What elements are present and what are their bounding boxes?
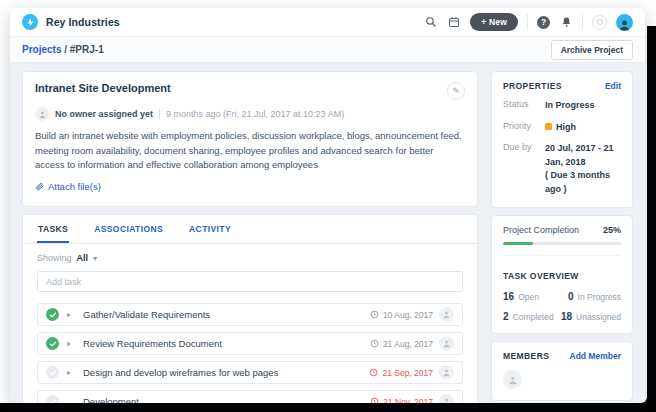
task-due-date: 10 Aug, 2017 (370, 310, 433, 320)
task-title: Review Requirements Document (83, 338, 222, 349)
project-title-row: Intranet Site Development ✎ (35, 82, 465, 100)
tab-activity[interactable]: ACTIVITY (188, 215, 232, 243)
task-check-icon[interactable] (46, 395, 59, 403)
task-check-icon[interactable] (46, 337, 59, 350)
status-label: Status (503, 99, 545, 113)
clock-icon (370, 397, 379, 403)
edit-pencil-icon[interactable]: ✎ (447, 82, 465, 100)
paperclip-icon (35, 182, 44, 191)
tasks-panel: Showing All ▾ ▸ Gather/Validate Requirem… (23, 244, 477, 403)
add-member-link[interactable]: Add Member (570, 351, 621, 361)
breadcrumb-bar: Projects / #PRJ-1 Archive Project (10, 36, 645, 63)
breadcrumb-current: #PRJ-1 (70, 44, 104, 55)
navbar-divider (527, 14, 528, 30)
owner-name[interactable]: No owner assigned yet (55, 109, 153, 119)
new-button[interactable]: + New (470, 13, 518, 31)
completion-percent: 25% (603, 225, 621, 235)
completion-panel: Project Completion 25% TASK OVERVIEW 16O… (491, 215, 633, 334)
status-row: Status In Progress (503, 99, 621, 113)
task-overview-stat: 2Completed (503, 311, 561, 322)
task-overview-grid: 16Open0In Progress2Completed18Unassigned (503, 291, 621, 322)
properties-edit-link[interactable]: Edit (605, 81, 621, 91)
task-row[interactable]: ▸ Development 21 Nov, 2017 (37, 390, 463, 403)
navbar-divider-2 (582, 14, 583, 30)
completion-progress-fill (503, 242, 533, 245)
completion-label: Project Completion (503, 225, 579, 235)
task-check-icon[interactable] (46, 366, 59, 379)
members-panel: MEMBERS Add Member (491, 341, 633, 401)
task-expand-icon[interactable]: ▸ (67, 311, 75, 319)
members-title: MEMBERS (503, 351, 549, 361)
task-list: ▸ Gather/Validate Requirements 10 Aug, 2… (37, 303, 463, 403)
main-column: Intranet Site Development ✎ No owner ass… (22, 71, 478, 403)
project-title: Intranet Site Development (35, 82, 171, 94)
task-filter-dropdown[interactable]: All (77, 253, 89, 263)
project-owner-row: No owner assigned yet 9 months ago (Fri,… (35, 107, 465, 121)
tasks-card: TASKSASSOCIATIONSACTIVITY Showing All ▾ … (22, 214, 478, 403)
showing-label: Showing (37, 253, 72, 263)
task-title: Design and develop wireframes for web pa… (83, 367, 278, 378)
task-row[interactable]: ▸ Review Requirements Document 21 Aug, 2… (37, 332, 463, 355)
user-avatar[interactable] (616, 14, 633, 31)
chevron-down-icon[interactable]: ▾ (93, 254, 97, 263)
due-by-label: Due by (503, 142, 545, 196)
assignee-avatar[interactable] (439, 365, 454, 380)
due-note: ( Due 3 months ago ) (545, 170, 610, 194)
task-meta: 10 Aug, 2017 (370, 307, 454, 322)
app-window: Rey Industries + New ? Proje (10, 8, 645, 403)
task-due-date: 21 Aug, 2017 (370, 339, 433, 349)
content-area: Intranet Site Development ✎ No owner ass… (10, 63, 645, 403)
task-row[interactable]: ▸ Design and develop wireframes for web … (37, 361, 463, 384)
lightning-bolt-icon (26, 18, 35, 27)
brand-logo[interactable] (22, 14, 38, 30)
task-due-date: 21 Nov, 2017 (370, 397, 433, 403)
task-meta: 21 Sep, 2017 (369, 365, 454, 380)
add-task-input[interactable] (37, 271, 463, 292)
bell-icon[interactable] (559, 15, 573, 29)
tab-associations[interactable]: ASSOCIATIONS (93, 215, 164, 243)
member-avatar[interactable] (503, 370, 522, 389)
sidebar-column: PROPERTIES Edit Status In Progress Prior… (491, 71, 633, 401)
properties-header: PROPERTIES Edit (503, 81, 621, 91)
task-overview-stat: 16Open (503, 291, 561, 302)
assignee-avatar[interactable] (439, 394, 454, 403)
assignee-avatar[interactable] (439, 336, 454, 351)
breadcrumb-projects-link[interactable]: Projects (22, 44, 61, 55)
panel-divider (503, 255, 621, 256)
task-overview-stat: 18Unassigned (561, 311, 621, 322)
due-by-value: 20 Jul, 2017 - 21 Jan, 2018 ( Due 3 mont… (545, 142, 621, 196)
status-value: In Progress (545, 99, 595, 113)
created-timestamp: 9 months ago (Fri, 21 Jul, 2017 at 10:23… (166, 109, 344, 119)
brand-name: Rey Industries (46, 16, 120, 28)
priority-label: Priority (503, 121, 545, 135)
task-expand-icon[interactable]: ▸ (67, 369, 75, 377)
project-summary-card: Intranet Site Development ✎ No owner ass… (22, 71, 478, 207)
navbar-actions: + New ? (424, 13, 633, 31)
archive-project-button[interactable]: Archive Project (551, 40, 633, 60)
owner-divider (159, 109, 160, 119)
tab-bar: TASKSASSOCIATIONSACTIVITY (23, 215, 477, 244)
due-by-row: Due by 20 Jul, 2017 - 21 Jan, 2018 ( Due… (503, 142, 621, 196)
task-meta: 21 Aug, 2017 (370, 336, 454, 351)
calendar-icon[interactable] (447, 15, 461, 29)
task-check-icon[interactable] (46, 308, 59, 321)
task-meta: 21 Nov, 2017 (370, 394, 454, 403)
task-row[interactable]: ▸ Gather/Validate Requirements 10 Aug, 2… (37, 303, 463, 326)
app-switcher-icon[interactable] (592, 15, 607, 30)
properties-title: PROPERTIES (503, 81, 562, 91)
help-icon[interactable]: ? (537, 16, 550, 29)
attach-files-link[interactable]: Attach file(s) (35, 181, 101, 192)
assignee-avatar[interactable] (439, 307, 454, 322)
task-title: Gather/Validate Requirements (83, 309, 210, 320)
priority-row: Priority High (503, 121, 621, 135)
clock-icon (370, 339, 379, 348)
task-expand-icon[interactable]: ▸ (67, 340, 75, 348)
task-filter-row: Showing All ▾ (37, 253, 463, 263)
search-icon[interactable] (424, 15, 438, 29)
attach-files-label: Attach file(s) (48, 181, 101, 192)
task-overview-title: TASK OVERVIEW (503, 271, 579, 281)
priority-high-icon (545, 123, 552, 130)
tab-tasks[interactable]: TASKS (37, 215, 69, 243)
breadcrumb-separator: / (64, 44, 67, 55)
priority-value: High (545, 121, 576, 135)
